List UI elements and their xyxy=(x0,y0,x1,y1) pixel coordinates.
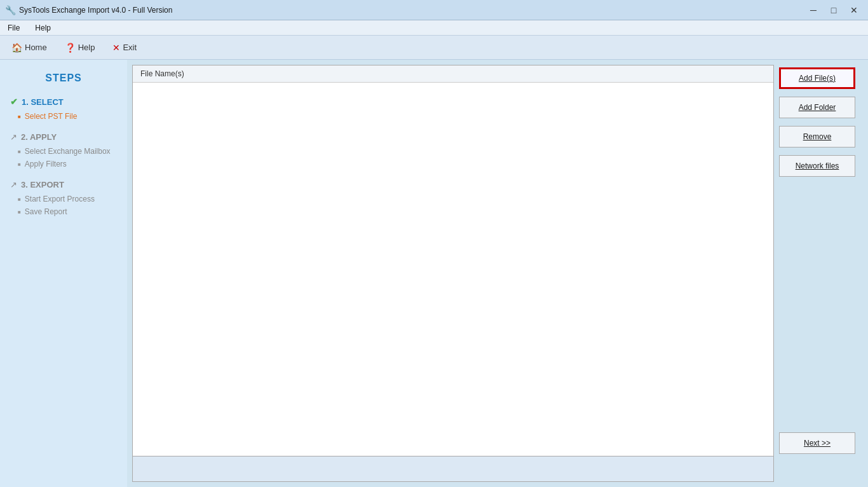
step-1-sub-select-pst[interactable]: ■ Select PST File xyxy=(18,112,117,121)
network-files-button[interactable]: Network files xyxy=(779,155,855,177)
toolbar-exit[interactable]: ✕ Exit xyxy=(109,41,140,55)
step-3-sub-bullet-2: ■ xyxy=(18,209,21,215)
toolbar-help-label: Help xyxy=(78,43,95,52)
step-2-sub-mailbox: ■ Select Exchange Mailbox xyxy=(18,147,117,156)
add-folder-button[interactable]: Add Folder xyxy=(779,97,855,118)
step-1-sub-label: Select PST File xyxy=(25,112,77,121)
step-3-group: ↗ 3. EXPORT ■ Start Export Process ■ Sav… xyxy=(10,180,117,216)
remove-button[interactable]: Remove xyxy=(779,126,855,147)
title-bar: 🔧 SysTools Exchange Import v4.0 - Full V… xyxy=(0,0,868,20)
menu-bar: File Help xyxy=(0,20,868,36)
step-3-header: ↗ 3. EXPORT xyxy=(10,180,117,189)
step-3-arrow-icon: ↗ xyxy=(10,180,17,189)
add-files-button[interactable]: Add File(s) xyxy=(779,67,855,89)
sidebar: STEPS ✔ 1. SELECT ■ Select PST File ↗ 2.… xyxy=(0,60,127,487)
step-2-sub-filters-label: Apply Filters xyxy=(25,160,67,168)
step-3-number: 3. EXPORT xyxy=(21,180,64,189)
step-2-number: 2. APPLY xyxy=(21,132,57,142)
step-3-sub-bullet-1: ■ xyxy=(18,196,21,202)
toolbar-home-label: Home xyxy=(25,43,47,52)
right-panel-spacer xyxy=(779,184,863,425)
main-content: STEPS ✔ 1. SELECT ■ Select PST File ↗ 2.… xyxy=(0,60,868,487)
step-1-header: ✔ 1. SELECT xyxy=(10,97,117,107)
step-3-sub-export: ■ Start Export Process xyxy=(18,195,117,203)
add-folder-label: Add Folder xyxy=(799,103,836,112)
title-text: SysTools Exchange Import v4.0 - Full Ver… xyxy=(19,6,172,15)
menu-help[interactable]: Help xyxy=(32,22,53,34)
step-3-sub-export-label: Start Export Process xyxy=(25,195,95,203)
file-panel: File Name(s) xyxy=(132,65,774,482)
remove-label: Remove xyxy=(803,132,832,141)
toolbar-exit-label: Exit xyxy=(123,43,137,52)
network-files-label: Network files xyxy=(796,161,839,170)
minimize-button[interactable]: ─ xyxy=(804,4,822,17)
step-1-sub-bullet: ■ xyxy=(18,114,21,120)
toolbar-help[interactable]: ❓ Help xyxy=(61,41,99,55)
center-area: File Name(s) Add File(s) Add Folder Remo… xyxy=(127,60,868,487)
step-3-sub-report: ■ Save Report xyxy=(18,207,117,216)
menu-file[interactable]: File xyxy=(5,22,22,34)
steps-title: STEPS xyxy=(10,72,117,84)
next-label: Next >> xyxy=(804,439,831,448)
next-button[interactable]: Next >> xyxy=(779,432,855,454)
step-3-sub-report-label: Save Report xyxy=(25,207,67,216)
step-2-sub-filters: ■ Apply Filters xyxy=(18,160,117,168)
add-files-label: Add File(s) xyxy=(799,74,836,83)
file-list-box: File Name(s) xyxy=(132,65,774,456)
step-1-number: 1. SELECT xyxy=(22,97,64,107)
home-icon: 🏠 xyxy=(11,43,22,53)
title-controls: ─ □ ✕ xyxy=(804,4,863,17)
help-icon: ❓ xyxy=(65,43,76,53)
file-list-body[interactable] xyxy=(133,83,773,455)
close-button[interactable]: ✕ xyxy=(845,4,863,17)
exit-icon: ✕ xyxy=(112,43,120,53)
step-1-check-icon: ✔ xyxy=(10,97,18,107)
status-bar xyxy=(132,456,774,482)
step-2-sub-bullet-2: ■ xyxy=(18,161,21,167)
step-2-sub-bullet-1: ■ xyxy=(18,149,21,154)
step-2-sub-mailbox-label: Select Exchange Mailbox xyxy=(25,147,111,156)
app-icon: 🔧 xyxy=(5,5,15,15)
maximize-button[interactable]: □ xyxy=(825,4,843,17)
file-list-header: File Name(s) xyxy=(133,65,773,83)
title-bar-left: 🔧 SysTools Exchange Import v4.0 - Full V… xyxy=(5,5,172,15)
toolbar: 🏠 Home ❓ Help ✕ Exit xyxy=(0,36,868,60)
step-2-header: ↗ 2. APPLY xyxy=(10,132,117,142)
step-2-group: ↗ 2. APPLY ■ Select Exchange Mailbox ■ A… xyxy=(10,132,117,168)
work-right-split: File Name(s) Add File(s) Add Folder Remo… xyxy=(127,65,868,482)
step-1-group: ✔ 1. SELECT ■ Select PST File xyxy=(10,97,117,121)
right-panel: Add File(s) Add Folder Remove Network fi… xyxy=(774,65,868,482)
toolbar-home[interactable]: 🏠 Home xyxy=(8,41,51,55)
step-2-arrow-icon: ↗ xyxy=(10,132,17,142)
